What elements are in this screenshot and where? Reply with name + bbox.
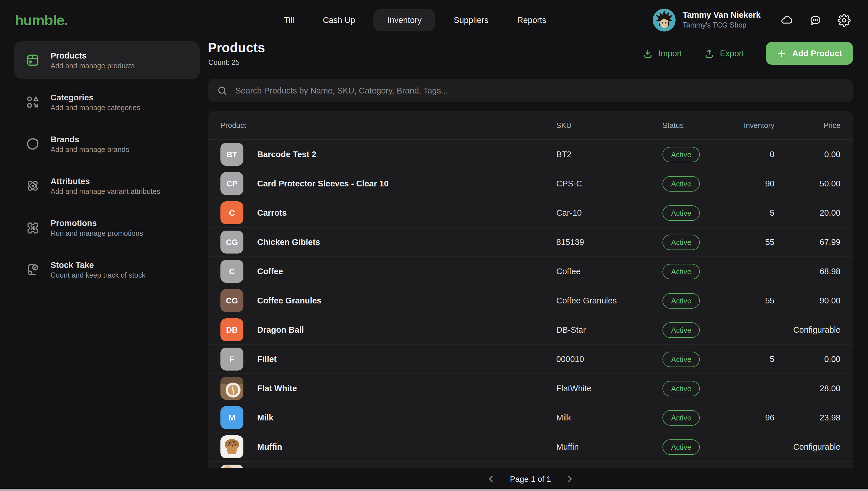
status-cell: Active <box>662 410 740 425</box>
search-input[interactable] <box>234 85 844 96</box>
product-avatar-initials: M <box>220 406 243 429</box>
export-label: Export <box>720 49 744 58</box>
price-value: 68.98 <box>775 267 840 276</box>
sidebar-item-products[interactable]: Products Add and manage products <box>14 41 200 79</box>
gear-icon[interactable] <box>838 13 851 27</box>
inventory-value: 0 <box>740 150 775 159</box>
column-header-status: Status <box>662 121 740 129</box>
product-cell: FFillet <box>220 348 556 371</box>
sidebar-item-description: Add and manage categories <box>51 104 140 112</box>
chevron-right-icon[interactable] <box>565 474 575 484</box>
add-product-button[interactable]: Add Product <box>766 42 853 65</box>
atom-icon <box>25 178 40 193</box>
product-name: Muffin <box>257 442 282 452</box>
sidebar-item-categories[interactable]: Categories Add and manage categories <box>14 83 200 121</box>
status-cell: Active <box>662 264 740 279</box>
nav-item-suppliers[interactable]: Suppliers <box>443 9 499 31</box>
status-cell: Active <box>662 147 740 162</box>
product-cell: CGCoffee Granules <box>220 289 556 312</box>
table-row[interactable]: CGChicken Giblets815139Active5567.99 <box>208 228 853 257</box>
table-body: BTBarcode Test 2BT2Active00.00CPCard Pro… <box>208 140 853 468</box>
sidebar-item-text: Brands Add and manage brands <box>51 135 129 153</box>
sidebar-item-attributes[interactable]: Attributes Add and manage variant attrib… <box>14 167 200 205</box>
nav-label: Reports <box>517 16 546 25</box>
nav-label: Cash Up <box>323 16 355 25</box>
nav-item-cash-up[interactable]: Cash Up <box>313 9 366 31</box>
product-cell: BTBarcode Test 2 <box>220 143 556 166</box>
nav-item-inventory[interactable]: Inventory <box>374 9 435 31</box>
nav-item-till[interactable]: Till <box>274 9 304 31</box>
status-cell: Active <box>662 322 740 338</box>
sidebar-item-label: Attributes <box>51 176 160 185</box>
cloud-icon[interactable] <box>780 13 793 27</box>
table-row[interactable]: MuffinMuffinActiveConfigurable <box>208 433 853 462</box>
product-cell: DBDragon Ball <box>220 318 556 341</box>
product-sku: DB-Star <box>556 325 662 335</box>
price-value: 50.00 <box>775 179 840 188</box>
pagination: Page 1 of 1 <box>208 468 853 490</box>
import-button[interactable]: Import <box>642 48 682 59</box>
sidebar-item-text: Promotions Run and manage promotions <box>51 218 143 237</box>
product-avatar-initials: CG <box>220 289 243 312</box>
sidebar-item-description: Add and manage products <box>51 62 135 70</box>
chevron-left-icon[interactable] <box>486 474 496 484</box>
user-text: Tammy Van Niekerk Tammy's TCG Shop <box>683 10 761 30</box>
chat-icon[interactable] <box>809 13 822 27</box>
sidebar-item-label: Stock Take <box>51 260 145 269</box>
nav-label: Till <box>284 16 294 25</box>
sidebar-item-label: Products <box>51 51 135 60</box>
sidebar-item-text: Products Add and manage products <box>51 51 135 70</box>
export-button[interactable]: Export <box>704 48 744 59</box>
badge-icon <box>25 137 40 151</box>
product-cell: Muffin <box>220 435 556 458</box>
table-row[interactable]: CCarrotsCar-10Active520.00 <box>208 199 853 228</box>
status-cell: Active <box>662 205 740 221</box>
sidebar-item-promotions[interactable]: Promotions Run and manage promotions <box>14 209 200 247</box>
sidebar-item-brands[interactable]: Brands Add and manage brands <box>14 125 200 163</box>
table-row[interactable]: FFillet000010Active50.00 <box>208 345 853 374</box>
table-header: Product SKU Status Inventory Price <box>208 111 853 140</box>
table-row[interactable]: Flat WhiteFlatWhiteActive28.00 <box>208 374 853 403</box>
product-avatar-initials: CG <box>220 231 243 254</box>
price-value: 90.00 <box>775 296 840 305</box>
nav-item-reports[interactable]: Reports <box>507 9 557 31</box>
user-menu[interactable]: Tammy Van Niekerk Tammy's TCG Shop <box>653 9 761 32</box>
column-header-inventory: Inventory <box>740 121 775 129</box>
top-icons <box>780 13 851 27</box>
nav-label: Suppliers <box>454 16 489 25</box>
table-row[interactable]: Potatoes6004565002344Active514.50 <box>208 462 853 468</box>
ticket-percent-icon <box>25 220 40 235</box>
product-cell: Potatoes <box>220 465 556 468</box>
product-avatar-initials: BT <box>220 143 243 166</box>
table-row[interactable]: DBDragon BallDB-StarActiveConfigurable <box>208 316 853 345</box>
status-cell: Active <box>662 381 740 396</box>
sidebar-item-text: Stock Take Count and keep track of stock <box>51 260 145 279</box>
products-table: Product SKU Status Inventory Price BTBar… <box>208 111 853 468</box>
table-row[interactable]: CPCard Protector Sleeves - Clear 10CPS-C… <box>208 169 853 199</box>
table-row[interactable]: CCoffeeCoffeeActive68.98 <box>208 257 853 286</box>
product-avatar-photo-latte <box>220 377 243 400</box>
sidebar-item-description: Add and manage brands <box>51 145 129 153</box>
price-value: 23.98 <box>775 413 840 422</box>
status-badge: Active <box>662 410 700 425</box>
sidebar-item-text: Attributes Add and manage variant attrib… <box>51 176 160 195</box>
table-row[interactable]: CGCoffee GranulesCoffee GranulesActive55… <box>208 286 853 316</box>
status-badge: Active <box>662 322 700 338</box>
inventory-value: 90 <box>740 179 775 188</box>
product-cell: CGChicken Giblets <box>220 231 556 254</box>
product-avatar-initials: DB <box>220 318 243 341</box>
product-name: Coffee <box>257 267 283 276</box>
table-row[interactable]: BTBarcode Test 2BT2Active00.00 <box>208 140 853 169</box>
upload-icon <box>704 48 715 59</box>
column-header-product: Product <box>220 121 556 129</box>
table-row[interactable]: MMilkMilkActive9623.98 <box>208 403 853 433</box>
inventory-value: 55 <box>740 296 775 305</box>
page-title: Products <box>208 40 265 56</box>
sidebar-item-stock-take[interactable]: Stock Take Count and keep track of stock <box>14 251 200 289</box>
user-shop: Tammy's TCG Shop <box>683 21 761 30</box>
status-badge: Active <box>662 205 700 221</box>
price-value: 0.00 <box>775 150 840 159</box>
sidebar-item-description: Run and manage promotions <box>51 229 143 237</box>
price-value: 0.00 <box>775 354 840 364</box>
product-sku: 815139 <box>556 237 662 247</box>
